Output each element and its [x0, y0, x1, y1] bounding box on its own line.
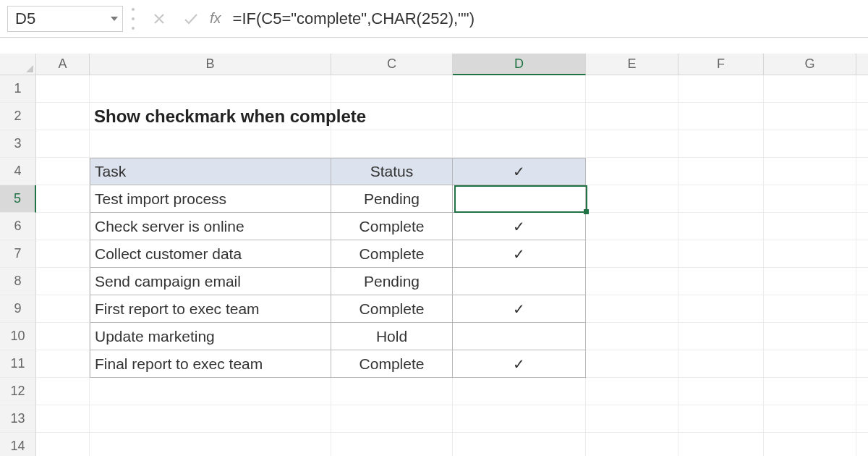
- cell[interactable]: [764, 75, 856, 103]
- cell[interactable]: [36, 75, 90, 103]
- cell[interactable]: [678, 295, 764, 323]
- cell[interactable]: [453, 405, 586, 433]
- cell[interactable]: [678, 268, 764, 295]
- cell[interactable]: [678, 103, 764, 130]
- cell[interactable]: [586, 158, 678, 185]
- header-task[interactable]: Task: [90, 158, 331, 185]
- cell-task[interactable]: First report to exec team: [90, 295, 331, 323]
- row-header-9[interactable]: 9: [0, 295, 36, 323]
- cell[interactable]: [678, 240, 764, 268]
- cell-check[interactable]: ✓: [453, 240, 586, 268]
- header-status[interactable]: Status: [331, 158, 453, 185]
- col-header-d[interactable]: D: [453, 54, 586, 75]
- cancel-formula-icon[interactable]: [148, 7, 171, 30]
- cell[interactable]: [764, 268, 856, 295]
- cell[interactable]: [764, 295, 856, 323]
- cell[interactable]: [90, 130, 331, 158]
- cell[interactable]: [678, 130, 764, 158]
- fx-icon[interactable]: fx: [210, 10, 221, 27]
- cell[interactable]: [856, 405, 868, 433]
- cell[interactable]: [678, 405, 764, 433]
- cell-status[interactable]: Hold: [331, 323, 453, 350]
- row-header-6[interactable]: 6: [0, 213, 36, 240]
- row-header-8[interactable]: 8: [0, 268, 36, 295]
- cell[interactable]: [764, 130, 856, 158]
- cell[interactable]: [764, 185, 856, 213]
- cell[interactable]: [36, 295, 90, 323]
- cell[interactable]: [586, 185, 678, 213]
- cell[interactable]: [764, 103, 856, 130]
- name-box[interactable]: D5: [7, 6, 123, 32]
- cell[interactable]: [36, 405, 90, 433]
- cell[interactable]: [36, 323, 90, 350]
- cell[interactable]: [856, 130, 868, 158]
- row-header-10[interactable]: 10: [0, 323, 36, 350]
- col-header-g[interactable]: G: [764, 54, 856, 75]
- cell[interactable]: [36, 158, 90, 185]
- row-header-11[interactable]: 11: [0, 350, 36, 378]
- cell[interactable]: [678, 185, 764, 213]
- cell-task[interactable]: Collect customer data: [90, 240, 331, 268]
- cell[interactable]: [678, 378, 764, 405]
- cell[interactable]: [90, 405, 331, 433]
- cell[interactable]: [36, 268, 90, 295]
- cell[interactable]: [453, 433, 586, 456]
- col-header-f[interactable]: F: [678, 54, 764, 75]
- col-header-e[interactable]: E: [586, 54, 678, 75]
- cell-status[interactable]: Complete: [331, 350, 453, 378]
- cell[interactable]: [453, 130, 586, 158]
- cell-check[interactable]: ✓: [453, 213, 586, 240]
- cell[interactable]: [331, 130, 453, 158]
- cell[interactable]: [678, 213, 764, 240]
- cell[interactable]: [36, 433, 90, 456]
- cell[interactable]: [856, 103, 868, 130]
- cell[interactable]: [764, 158, 856, 185]
- col-header-b[interactable]: B: [90, 54, 331, 75]
- cell[interactable]: [36, 103, 90, 130]
- cell[interactable]: [586, 378, 678, 405]
- cell[interactable]: [678, 158, 764, 185]
- page-title[interactable]: Show checkmark when complete: [90, 103, 331, 130]
- row-header-12[interactable]: 12: [0, 378, 36, 405]
- cell[interactable]: [36, 378, 90, 405]
- cell[interactable]: [36, 213, 90, 240]
- row-header-13[interactable]: 13: [0, 405, 36, 433]
- cell[interactable]: [36, 350, 90, 378]
- cell-task[interactable]: Check server is online: [90, 213, 331, 240]
- cell[interactable]: [764, 405, 856, 433]
- enter-formula-icon[interactable]: [179, 7, 203, 30]
- cell-task[interactable]: Test import process: [90, 185, 331, 213]
- cell[interactable]: [856, 295, 868, 323]
- cell[interactable]: [90, 75, 331, 103]
- row-header-7[interactable]: 7: [0, 240, 36, 268]
- cells-area[interactable]: Show checkmark when complete: [36, 75, 868, 456]
- cell[interactable]: [586, 75, 678, 103]
- cell-check[interactable]: ✓: [453, 295, 586, 323]
- cell[interactable]: [856, 350, 868, 378]
- cell[interactable]: [856, 158, 868, 185]
- row-header-3[interactable]: 3: [0, 130, 36, 158]
- cell[interactable]: [764, 350, 856, 378]
- cell-status[interactable]: Complete: [331, 213, 453, 240]
- cell[interactable]: [586, 323, 678, 350]
- cell[interactable]: [36, 130, 90, 158]
- cell-status[interactable]: Pending: [331, 268, 453, 295]
- cell-check[interactable]: [453, 323, 586, 350]
- cell[interactable]: [586, 103, 678, 130]
- col-header-c[interactable]: C: [331, 54, 453, 75]
- cell[interactable]: [331, 433, 453, 456]
- cell-task[interactable]: Update marketing: [90, 323, 331, 350]
- cell[interactable]: [764, 213, 856, 240]
- cell[interactable]: [453, 103, 586, 130]
- cell[interactable]: [856, 240, 868, 268]
- cell-check[interactable]: ✓: [453, 350, 586, 378]
- cell[interactable]: [764, 240, 856, 268]
- cell[interactable]: [36, 185, 90, 213]
- cell[interactable]: [453, 75, 586, 103]
- cell-task[interactable]: Send campaign email: [90, 268, 331, 295]
- col-header-h[interactable]: H: [856, 54, 868, 75]
- cell[interactable]: [678, 323, 764, 350]
- cell[interactable]: [36, 240, 90, 268]
- cell-check[interactable]: [453, 268, 586, 295]
- cell[interactable]: [586, 268, 678, 295]
